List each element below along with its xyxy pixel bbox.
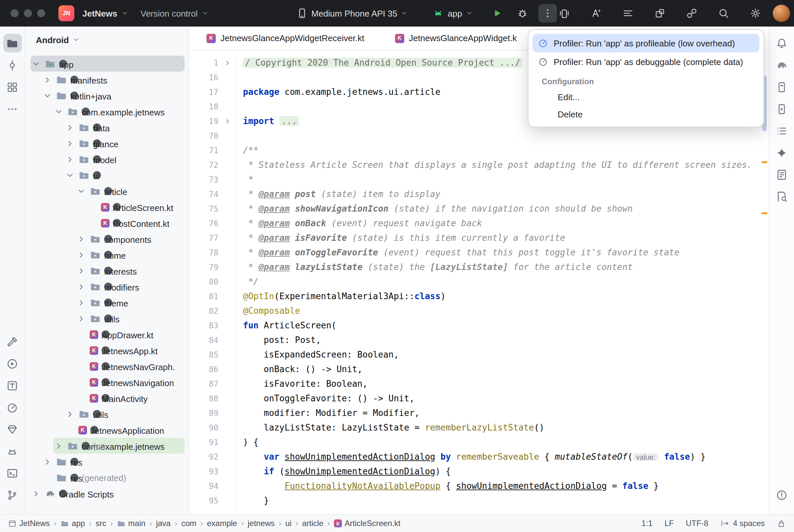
code-line[interactable]: * @param post (state) item to display (236, 187, 441, 202)
code-line[interactable]: * @param onToggleFavorite (event) reques… (236, 245, 680, 260)
tree-item-ui[interactable]: ui (25, 167, 188, 183)
editor-tab-jetnewsglanceappwidget-k[interactable]: KJetnewsGlanceAppWidget.k (395, 33, 517, 43)
more-run-options-button[interactable] (538, 4, 557, 22)
code-line[interactable] (236, 70, 248, 85)
readonly-toggle[interactable] (777, 519, 786, 528)
device-streaming-button[interactable] (555, 4, 574, 22)
debug-button[interactable] (513, 4, 532, 22)
code-line[interactable] (236, 99, 248, 114)
settings-button[interactable] (746, 4, 765, 22)
breadcrumb-item-articlescreen-kt[interactable]: KArticleScreen.kt (334, 519, 400, 528)
breadcrumb-item-app[interactable]: app (60, 519, 85, 528)
code-line[interactable]: if (showUnimplementedActionDialog) { (236, 464, 451, 479)
tree-item-kotlin-java[interactable]: kotlin+java (25, 88, 188, 103)
traffic-light-zoom[interactable] (37, 9, 45, 17)
fold-arrow-icon[interactable] (220, 114, 236, 129)
tree-item-com-example-jetnews[interactable]: com.example.jetnews (25, 103, 188, 119)
chevron-down-icon[interactable] (54, 107, 64, 116)
version-control-button[interactable] (3, 486, 22, 504)
tree-item-home[interactable]: home (25, 247, 188, 263)
fold-arrow-icon[interactable] (220, 56, 236, 70)
code-line[interactable]: / Copyright 2020 The Android Open Source… (236, 56, 522, 70)
tree-item-theme[interactable]: theme (25, 294, 188, 310)
chevron-right-icon[interactable] (65, 138, 75, 148)
chevron-right-icon[interactable] (76, 282, 86, 291)
code-line[interactable]: isExpandedScreen: Boolean, (236, 347, 399, 362)
traffic-light-close[interactable] (11, 9, 19, 17)
code-line[interactable]: * Stateless Article Screen that displays… (236, 158, 752, 172)
breadcrumb-item-example[interactable]: example (207, 519, 237, 528)
assistant-button[interactable] (772, 165, 791, 184)
code-line[interactable]: modifier: Modifier = Modifier, (236, 406, 420, 421)
tree-item-jetnewsapplication[interactable]: K JetnewsApplication (25, 422, 188, 438)
chevron-right-icon[interactable] (42, 457, 52, 467)
tree-item-app[interactable]: app (25, 56, 188, 72)
chevron-down-icon[interactable] (31, 59, 41, 69)
ai-actions-button[interactable] (587, 4, 606, 22)
code-line[interactable]: FunctionalityNotAvailablePopup { showUni… (236, 479, 659, 494)
breadcrumb-item-src[interactable]: src (96, 519, 106, 528)
chevron-down-icon[interactable] (65, 170, 75, 180)
tree-item-mainactivity[interactable]: K MainActivity (25, 390, 188, 406)
run-button[interactable] (488, 4, 506, 22)
code-line[interactable]: * @param lazyListState (state) the [Lazy… (236, 260, 633, 274)
problems-button[interactable] (772, 486, 791, 504)
run-button[interactable] (3, 354, 22, 373)
commit-button[interactable] (3, 56, 22, 74)
code-line[interactable]: onBack: () -> Unit, (236, 362, 363, 377)
project-widget-button[interactable]: JetNews (82, 8, 129, 18)
tree-item-jetnewsnavigation[interactable]: K JetnewsNavigation (25, 374, 188, 390)
chevron-right-icon[interactable] (42, 75, 52, 84)
indent-widget[interactable]: 4 spaces (720, 519, 765, 528)
menu-item-profiler-run-app-as-debuggable-complete-data[interactable]: Profiler: Run 'app' as debuggable (compl… (532, 52, 759, 71)
vcs-widget-button[interactable]: Version control (141, 8, 209, 18)
view-options-button[interactable] (619, 4, 637, 22)
notifications-button[interactable] (772, 34, 791, 52)
chevron-down-icon[interactable] (76, 186, 86, 196)
chevron-right-icon[interactable] (31, 489, 41, 498)
code-line[interactable]: @OptIn(ExperimentalMaterial3Api::class) (236, 289, 446, 304)
code-with-me-button[interactable] (682, 4, 701, 22)
tree-item-gradle-scripts[interactable]: Gradle Scripts (25, 486, 188, 501)
run-config-button[interactable]: app (432, 7, 473, 19)
tree-item-manifests[interactable]: manifests (25, 72, 188, 88)
tree-item-appdrawer-kt[interactable]: K AppDrawer.kt (25, 326, 188, 342)
chevron-right-icon[interactable] (65, 154, 75, 164)
resource-manager-button[interactable] (3, 420, 22, 438)
error-stripe-mark[interactable] (761, 212, 768, 214)
project-view-selector[interactable]: Android (36, 35, 69, 45)
breadcrumb-item-main[interactable]: main (117, 519, 145, 528)
code-line[interactable]: /** (236, 143, 259, 158)
tree-item-data[interactable]: data (25, 119, 188, 135)
code-line[interactable]: import ... (236, 114, 299, 129)
chevron-right-icon[interactable] (65, 409, 75, 419)
tree-item-jetnewsapp-kt[interactable]: K JetnewsApp.kt (25, 342, 188, 358)
code-line[interactable]: fun ArticleScreen( (236, 318, 337, 333)
search-button[interactable] (714, 4, 733, 22)
code-line[interactable]: } (236, 494, 269, 508)
chevron-right-icon[interactable] (76, 250, 86, 260)
encoding-widget[interactable]: UTF-8 (686, 519, 708, 528)
breadcrumb-item-jetnews[interactable]: JetNews (8, 519, 50, 528)
tree-item-res[interactable]: res (generated) (25, 470, 188, 486)
tree-item-com-example-jetnews[interactable]: com.example.jetnews (an (25, 438, 188, 454)
device-manager-button[interactable] (772, 78, 791, 96)
tree-item-components[interactable]: components (25, 231, 188, 247)
menu-item-edit[interactable]: Edit... (532, 88, 759, 106)
chevron-right-icon[interactable] (76, 298, 86, 307)
traffic-light-minimize[interactable] (24, 9, 32, 17)
code-line[interactable]: isFavorite: Boolean, (236, 377, 368, 392)
tree-item-glance[interactable]: glance (25, 135, 188, 151)
structure-list-button[interactable] (772, 121, 791, 140)
tree-item-modifiers[interactable]: modifiers (25, 279, 188, 294)
code-line[interactable]: package com.example.jetnews.ui.article (236, 85, 441, 99)
chevron-right-icon[interactable] (65, 122, 75, 132)
breadcrumb-item-article[interactable]: article (302, 519, 323, 528)
code-line[interactable]: */ (236, 274, 259, 289)
code-line[interactable]: ) { (236, 435, 259, 450)
project-folder-button[interactable] (3, 34, 22, 52)
code-line[interactable]: * (236, 172, 253, 187)
chevron-down-icon[interactable] (42, 91, 52, 100)
breadcrumb-item-jetnews[interactable]: jetnews (247, 519, 275, 528)
build-button[interactable] (3, 332, 22, 351)
